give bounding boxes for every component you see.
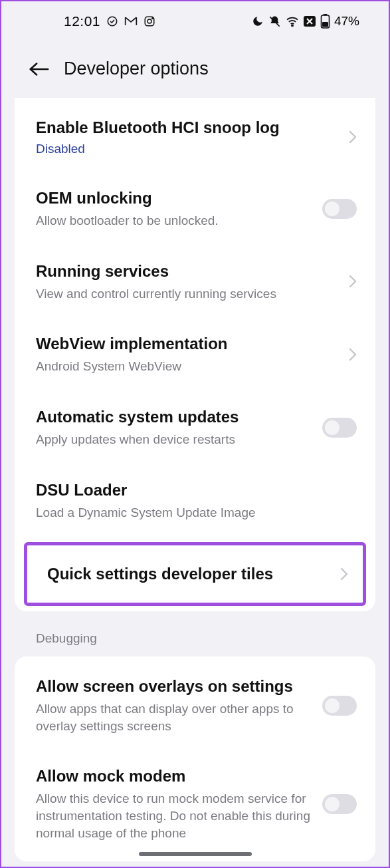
setting-title: OEM unlocking: [36, 188, 313, 208]
toggle-switch[interactable]: [322, 696, 357, 716]
dnd-moon-icon: [251, 15, 264, 28]
svg-point-2: [147, 19, 151, 23]
chevron-right-icon: [349, 130, 357, 144]
battery-percentage: 47%: [334, 14, 359, 29]
setting-auto-updates[interactable]: Automatic system updates Apply updates w…: [15, 391, 375, 464]
setting-webview[interactable]: WebView implementation Android System We…: [15, 318, 375, 391]
status-left: 12:01: [64, 13, 156, 29]
setting-mock-modem[interactable]: Allow mock modem Allow this device to ru…: [15, 750, 375, 857]
debugging-card: Allow screen overlays on settings Allow …: [15, 656, 375, 861]
battery-icon: [320, 14, 330, 29]
svg-point-0: [108, 17, 117, 26]
setting-subtitle: Allow apps that can display over other a…: [36, 700, 313, 734]
setting-subtitle: Allow bootloader to be unlocked.: [36, 212, 313, 229]
setting-subtitle: Load a Dynamic System Update Image: [36, 504, 357, 521]
section-label-debugging: Debugging: [1, 611, 389, 656]
update-icon: [106, 15, 119, 28]
setting-subtitle: Android System WebView: [36, 358, 340, 375]
setting-subtitle: Allow this device to run mock modem serv…: [36, 790, 313, 841]
page-title: Developer options: [64, 59, 209, 79]
status-time: 12:01: [64, 13, 100, 29]
svg-rect-9: [322, 22, 328, 27]
setting-quick-tiles[interactable]: Quick settings developer tiles: [27, 545, 363, 603]
setting-title: Quick settings developer tiles: [47, 564, 331, 584]
setting-title: Automatic system updates: [36, 407, 313, 427]
setting-title: Running services: [36, 261, 340, 281]
setting-subtitle: Apply updates when device restarts: [36, 431, 313, 448]
setting-running-services[interactable]: Running services View and control curren…: [15, 245, 375, 319]
back-arrow-icon[interactable]: [28, 61, 50, 77]
svg-point-5: [292, 25, 293, 26]
toggle-switch[interactable]: [322, 794, 357, 814]
toggle-switch[interactable]: [322, 199, 357, 219]
setting-oem-unlocking[interactable]: OEM unlocking Allow bootloader to be unl…: [15, 172, 375, 245]
setting-status: Disabled: [36, 142, 340, 156]
setting-bluetooth-snoop[interactable]: Enable Bluetooth HCI snoop log Disabled: [15, 102, 375, 172]
setting-subtitle: View and control currently running servi…: [36, 285, 340, 303]
settings-card: Enable Bluetooth HCI snoop log Disabled …: [15, 98, 375, 611]
setting-screen-overlays[interactable]: Allow screen overlays on settings Allow …: [15, 660, 375, 750]
page-header: Developer options: [1, 41, 389, 96]
chevron-right-icon: [349, 348, 357, 361]
data-x-icon: [303, 15, 316, 27]
gmail-icon: [124, 15, 138, 28]
toggle-switch[interactable]: [322, 418, 357, 438]
status-bar: 12:01 47%: [1, 1, 389, 41]
setting-title: Allow screen overlays on settings: [36, 676, 313, 696]
wifi-icon: [286, 15, 299, 28]
setting-dsu-loader[interactable]: DSU Loader Load a Dynamic System Update …: [15, 464, 375, 537]
mute-icon: [268, 15, 282, 28]
instagram-icon: [143, 15, 156, 28]
chevron-right-icon: [340, 567, 348, 581]
nav-handle[interactable]: [139, 852, 252, 856]
setting-title: DSU Loader: [36, 480, 357, 500]
setting-title: WebView implementation: [36, 334, 340, 354]
setting-title: Allow mock modem: [36, 766, 313, 786]
highlighted-setting: Quick settings developer tiles: [24, 542, 366, 606]
chevron-right-icon: [349, 275, 357, 288]
svg-point-3: [152, 18, 153, 19]
status-right: 47%: [251, 14, 359, 29]
setting-title: Enable Bluetooth HCI snoop log: [36, 118, 340, 138]
